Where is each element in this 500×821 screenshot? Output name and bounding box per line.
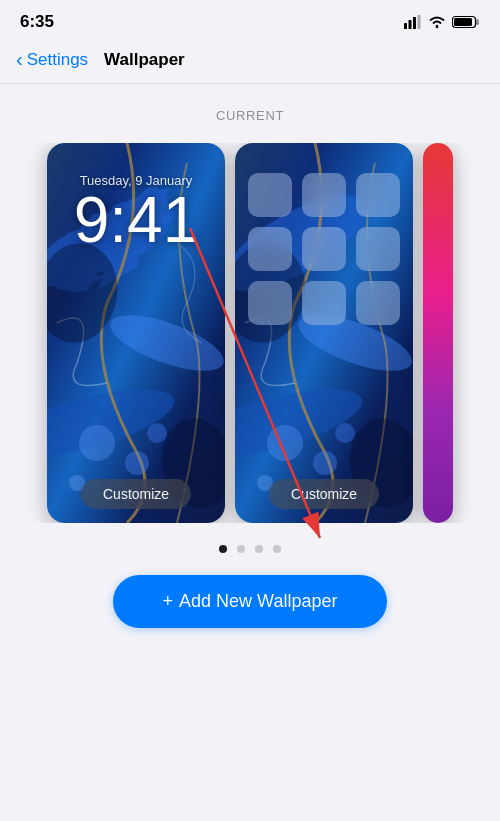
chevron-left-icon: ‹ [16, 48, 23, 71]
main-content: CURRENT [0, 84, 500, 628]
app-icon [356, 281, 400, 325]
svg-rect-1 [409, 20, 412, 29]
peek-wallpaper [423, 143, 453, 523]
add-wallpaper-button[interactable]: + Add New Wallpaper [113, 575, 388, 628]
home-icons-grid [248, 173, 400, 325]
app-icon [248, 173, 292, 217]
lock-screen-customize-button[interactable]: Customize [81, 479, 191, 509]
svg-rect-28 [423, 143, 453, 523]
pagination-dot-4 [273, 545, 281, 553]
lock-screen-overlay: Tuesday, 9 January 9:41 [47, 143, 225, 523]
battery-icon [452, 15, 480, 29]
svg-rect-0 [404, 23, 407, 29]
back-button[interactable]: ‹ Settings [16, 48, 88, 71]
add-wallpaper-plus: + [163, 591, 174, 612]
peek-card[interactable] [423, 143, 453, 523]
app-icon [302, 227, 346, 271]
wifi-icon [428, 15, 446, 29]
svg-point-4 [436, 26, 439, 29]
app-icon [356, 227, 400, 271]
svg-rect-3 [418, 15, 421, 29]
pagination-dot-1 [219, 545, 227, 553]
add-wallpaper-label: Add New Wallpaper [179, 591, 337, 612]
home-screen-card[interactable]: Customize [235, 143, 413, 523]
status-time: 6:35 [20, 12, 54, 32]
app-icon [302, 281, 346, 325]
svg-rect-2 [413, 17, 416, 29]
wallpaper-container: Tuesday, 9 January 9:41 Customize [0, 143, 500, 523]
back-label: Settings [27, 50, 88, 70]
signal-icon [404, 15, 422, 29]
section-label: CURRENT [216, 108, 284, 123]
nav-bar: ‹ Settings Wallpaper [0, 40, 500, 84]
pagination-dots [219, 545, 281, 553]
svg-rect-6 [454, 18, 472, 26]
pagination-dot-3 [255, 545, 263, 553]
app-icon [248, 227, 292, 271]
status-bar: 6:35 [0, 0, 500, 40]
svg-point-25 [335, 423, 355, 443]
lock-screen-card[interactable]: Tuesday, 9 January 9:41 Customize [47, 143, 225, 523]
pagination-dot-2 [237, 545, 245, 553]
svg-rect-7 [476, 19, 479, 25]
svg-point-23 [313, 451, 337, 475]
app-icon [248, 281, 292, 325]
home-screen-customize-button[interactable]: Customize [269, 479, 379, 509]
page-title: Wallpaper [104, 50, 185, 70]
svg-point-22 [267, 425, 303, 461]
app-icon [356, 173, 400, 217]
lock-time: 9:41 [74, 188, 199, 252]
status-icons [404, 15, 480, 29]
app-icon [302, 173, 346, 217]
